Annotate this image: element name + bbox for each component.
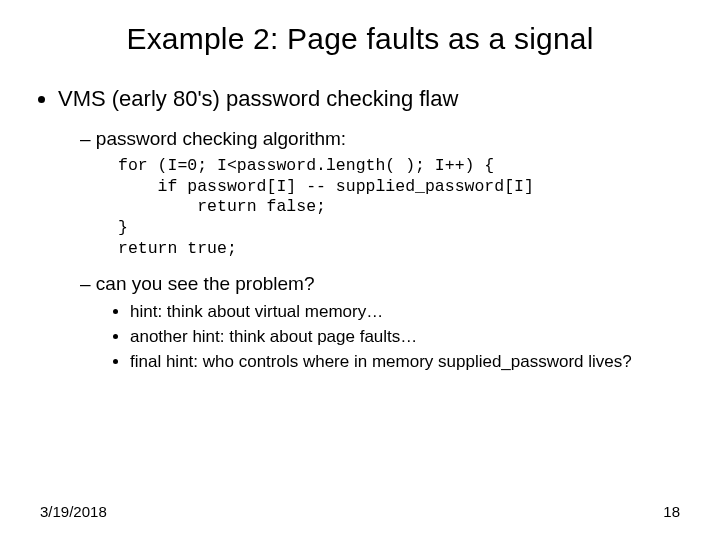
bullet-text: VMS (early 80's) password checking flaw [58, 86, 458, 111]
page-title: Example 2: Page faults as a signal [40, 22, 680, 56]
sub-text: password checking algorithm: [96, 128, 346, 149]
footer-page: 18 [663, 503, 680, 520]
list-item: hint: think about virtual memory… [130, 301, 680, 324]
list-item: final hint: who controls where in memory… [130, 351, 680, 374]
list-item: password checking algorithm: for (I=0; I… [80, 128, 680, 259]
sub-text: can you see the problem? [96, 273, 315, 294]
hint-list: hint: think about virtual memory… anothe… [130, 301, 680, 374]
list-item: can you see the problem? hint: think abo… [80, 273, 680, 374]
slide: Example 2: Page faults as a signal VMS (… [0, 0, 720, 540]
bullet-list: VMS (early 80's) password checking flaw … [58, 86, 680, 374]
footer: 3/19/2018 18 [40, 503, 680, 520]
sub-list: password checking algorithm: for (I=0; I… [80, 128, 680, 374]
list-item: another hint: think about page faults… [130, 326, 680, 349]
code-block: for (I=0; I<password.length( ); I++) { i… [118, 156, 680, 259]
footer-date: 3/19/2018 [40, 503, 107, 520]
list-item: VMS (early 80's) password checking flaw … [58, 86, 680, 374]
